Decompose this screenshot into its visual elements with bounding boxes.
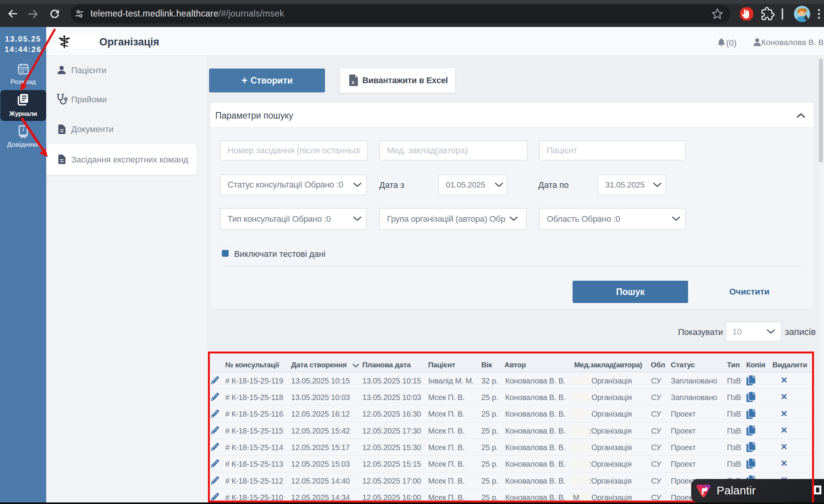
svg-text:x: x: [352, 79, 355, 85]
svg-text:i: i: [23, 127, 24, 132]
